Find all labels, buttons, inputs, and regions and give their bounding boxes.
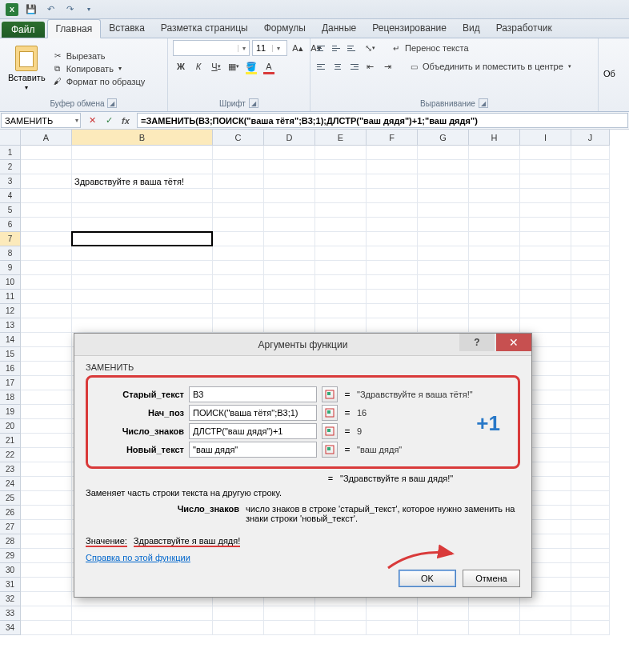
italic-button[interactable]: К <box>190 58 206 74</box>
cell[interactable] <box>418 621 469 635</box>
tab-разметка страницы[interactable]: Разметка страницы <box>153 19 256 38</box>
cell[interactable] <box>367 261 418 275</box>
cell[interactable] <box>469 621 520 635</box>
cell[interactable] <box>264 318 315 333</box>
cell[interactable] <box>21 534 72 549</box>
cell[interactable] <box>21 606 72 621</box>
file-tab[interactable]: Файл <box>2 22 45 38</box>
row-header[interactable]: 5 <box>0 203 21 218</box>
cell[interactable] <box>571 246 610 261</box>
cell[interactable] <box>264 261 315 275</box>
cell[interactable] <box>21 506 72 520</box>
row-header[interactable]: 21 <box>0 434 21 448</box>
cell[interactable] <box>315 203 367 218</box>
cell[interactable] <box>520 146 571 160</box>
cell[interactable] <box>315 275 367 290</box>
align-right-icon[interactable] <box>346 60 360 73</box>
cell[interactable] <box>367 304 418 318</box>
range-selector-icon[interactable] <box>322 442 338 458</box>
cell[interactable] <box>264 606 315 621</box>
cell[interactable] <box>571 304 610 318</box>
cell[interactable] <box>315 246 367 261</box>
argument-input[interactable] <box>189 423 317 439</box>
cell[interactable] <box>21 491 72 506</box>
cell[interactable] <box>213 621 264 635</box>
cell[interactable] <box>418 304 469 318</box>
cell[interactable] <box>571 506 610 520</box>
cell[interactable] <box>571 520 610 534</box>
cell[interactable] <box>315 304 367 318</box>
cell[interactable] <box>520 232 571 246</box>
cell[interactable] <box>21 347 72 362</box>
cell[interactable] <box>21 405 72 419</box>
cell[interactable] <box>571 232 610 246</box>
cancel-formula-icon[interactable]: ✕ <box>85 114 99 128</box>
cell[interactable] <box>367 318 418 333</box>
merge-center-button[interactable]: ▭Объединить и поместить в центре▾ <box>408 60 571 73</box>
cell[interactable] <box>264 189 315 203</box>
cell[interactable] <box>571 146 610 160</box>
qat-customize-icon[interactable]: ▾ <box>80 2 98 18</box>
cell[interactable] <box>72 606 213 621</box>
cell[interactable] <box>315 174 367 189</box>
cell[interactable] <box>72 203 213 218</box>
cell[interactable] <box>469 203 520 218</box>
cell[interactable] <box>72 318 213 333</box>
tab-главная[interactable]: Главная <box>47 19 102 38</box>
cell[interactable] <box>418 606 469 621</box>
cell[interactable] <box>213 261 264 275</box>
row-header[interactable]: 33 <box>0 606 21 621</box>
cell[interactable] <box>520 246 571 261</box>
underline-button[interactable]: Ч▾ <box>208 58 224 74</box>
cell[interactable] <box>21 621 72 635</box>
cell[interactable] <box>469 174 520 189</box>
cell[interactable] <box>21 333 72 347</box>
cell[interactable] <box>571 621 610 635</box>
cell[interactable] <box>264 246 315 261</box>
copy-button[interactable]: ⧉Копировать▾ <box>52 62 146 75</box>
column-header[interactable]: I <box>520 130 571 146</box>
cell[interactable] <box>315 606 367 621</box>
cell[interactable] <box>469 189 520 203</box>
cell[interactable] <box>315 218 367 232</box>
cell[interactable] <box>367 174 418 189</box>
cell[interactable] <box>418 290 469 304</box>
cell[interactable] <box>264 174 315 189</box>
cell[interactable] <box>571 275 610 290</box>
cell[interactable] <box>21 578 72 592</box>
cell[interactable] <box>21 246 72 261</box>
align-middle-icon[interactable] <box>331 42 345 54</box>
cell[interactable] <box>21 419 72 434</box>
cell[interactable] <box>520 203 571 218</box>
cell[interactable] <box>21 477 72 491</box>
cell[interactable] <box>72 304 213 318</box>
cell[interactable] <box>418 146 469 160</box>
row-header[interactable]: 19 <box>0 405 21 419</box>
column-header[interactable]: J <box>571 130 610 146</box>
enter-formula-icon[interactable]: ✓ <box>102 114 116 128</box>
tab-разработчик[interactable]: Разработчик <box>488 19 560 38</box>
cell[interactable] <box>469 232 520 246</box>
cell[interactable] <box>571 290 610 304</box>
cell[interactable] <box>315 160 367 174</box>
cell[interactable] <box>571 203 610 218</box>
insert-function-icon[interactable]: fx <box>118 114 133 128</box>
row-header[interactable]: 22 <box>0 448 21 462</box>
cell[interactable] <box>315 189 367 203</box>
cell[interactable] <box>264 218 315 232</box>
cell[interactable] <box>21 448 72 462</box>
cell[interactable]: дядя")+1;"ваш дядя") <box>72 232 213 246</box>
cell[interactable] <box>264 290 315 304</box>
row-header[interactable]: 2 <box>0 160 21 174</box>
alignment-dialog-launcher[interactable]: ◢ <box>479 98 488 108</box>
cell[interactable] <box>213 246 264 261</box>
cell[interactable] <box>571 160 610 174</box>
cell[interactable] <box>264 275 315 290</box>
column-header[interactable]: H <box>469 130 520 146</box>
row-header[interactable]: 28 <box>0 534 21 549</box>
cell[interactable] <box>21 520 72 534</box>
row-header[interactable]: 16 <box>0 362 21 376</box>
cell[interactable] <box>72 621 213 635</box>
cell[interactable] <box>367 621 418 635</box>
cell[interactable] <box>418 261 469 275</box>
